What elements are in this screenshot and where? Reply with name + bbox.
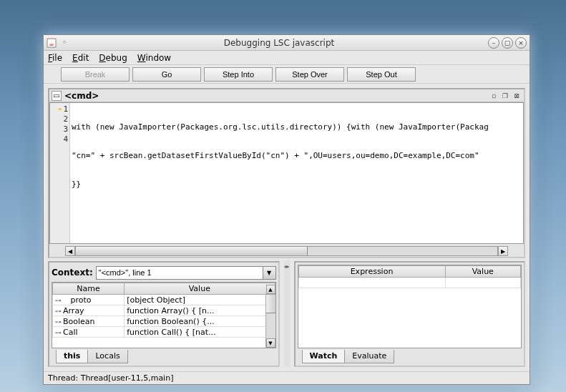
window-title: Debugging LSC javascript: [72, 38, 486, 48]
tab-evaluate[interactable]: Evaluate: [344, 350, 394, 363]
java-icon: ☕: [47, 38, 57, 48]
step-into-button[interactable]: Step Into: [204, 67, 273, 82]
tab-locals[interactable]: Locals: [87, 350, 127, 363]
vertical-scrollbar[interactable]: ▲ ▼: [265, 295, 275, 348]
editor-title: <cmd>: [64, 91, 487, 101]
code-area: ➔1 2 3 4 with (new JavaImporter(Packages…: [49, 102, 524, 244]
context-panel: Context: ▼ Name Value ⊶ proto[object Obj…: [48, 261, 280, 367]
step-over-button[interactable]: Step Over: [275, 67, 344, 82]
iconify-button[interactable]: ▫: [489, 91, 499, 101]
current-line-arrow-icon: ➔: [57, 105, 62, 113]
internal-frame-icon[interactable]: ▭: [52, 91, 62, 101]
scroll-up-icon[interactable]: ▲: [266, 285, 275, 294]
maximize-button[interactable]: ▢: [502, 37, 513, 49]
menu-debug[interactable]: Debug: [99, 53, 127, 63]
code-line: }}: [72, 180, 522, 190]
scroll-down-icon[interactable]: ▼: [266, 338, 275, 348]
horizontal-scrollbar[interactable]: ◀ ▶: [65, 245, 508, 257]
splitter[interactable]: ◂▸: [284, 261, 290, 367]
close-internal-button[interactable]: ⊠: [512, 91, 522, 101]
tab-watch[interactable]: Watch: [302, 350, 346, 363]
maximize-internal-button[interactable]: ❐: [500, 91, 510, 101]
table-row[interactable]: [298, 278, 521, 288]
col-expression[interactable]: Expression: [298, 266, 445, 278]
bottom-panels: Context: ▼ Name Value ⊶ proto[object Obj…: [48, 261, 525, 367]
tab-this[interactable]: this: [56, 350, 88, 363]
menu-window[interactable]: Window: [137, 53, 171, 63]
toolbar: Break Go Step Into Step Over Step Out: [44, 65, 530, 84]
variables-table: Name Value ⊶ proto[object Object] ⊶Array…: [52, 283, 275, 338]
expand-icon[interactable]: ⊶: [55, 329, 62, 336]
close-button[interactable]: ×: [515, 37, 527, 49]
col-name[interactable]: Name: [53, 283, 125, 295]
pin-icon[interactable]: ◦: [59, 38, 69, 48]
break-button[interactable]: Break: [61, 67, 130, 82]
code-line: "cn=" + srcBean.getDatasetFirstValueById…: [72, 151, 522, 161]
col-value[interactable]: Value: [445, 266, 520, 278]
watch-panel: Expression Value Watch Evaluate: [294, 261, 526, 367]
table-row[interactable]: ⊶Arrayfunction Array() { [n...: [53, 305, 275, 316]
menu-file[interactable]: File: [48, 53, 62, 63]
table-row[interactable]: ⊶Booleanfunction Boolean() {...: [53, 316, 275, 327]
go-button[interactable]: Go: [132, 67, 201, 82]
code-text[interactable]: with (new JavaImporter(Packages.org.lsc.…: [70, 103, 523, 243]
watch-table: Expression Value: [298, 265, 522, 288]
splitter-grip-icon: ◂▸: [283, 263, 289, 270]
step-out-button[interactable]: Step Out: [347, 67, 416, 82]
scrollbar-track[interactable]: [75, 246, 498, 256]
context-combo[interactable]: ▼: [96, 266, 276, 280]
expand-icon[interactable]: ⊶: [55, 308, 62, 315]
watch-tabs: Watch Evaluate: [298, 350, 522, 363]
scrollbar-thumb[interactable]: [266, 295, 275, 313]
scrollbar-thumb[interactable]: [76, 247, 308, 255]
svg-text:☕: ☕: [49, 40, 54, 47]
editor-header: ▭ <cmd> ▫ ❐ ⊠: [49, 89, 524, 102]
table-row[interactable]: ⊶Callfunction Call() { [nat...: [53, 327, 275, 338]
debugger-window: ☕ ◦ Debugging LSC javascript – ▢ × File …: [43, 34, 530, 385]
titlebar: ☕ ◦ Debugging LSC javascript – ▢ ×: [44, 35, 530, 51]
work-area: ▭ <cmd> ▫ ❐ ⊠ ➔1 2 3 4 with (new JavaImp…: [44, 84, 530, 371]
code-line: with (new JavaImporter(Packages.org.lsc.…: [72, 122, 522, 132]
menubar: File Edit Debug Window: [44, 51, 530, 65]
context-input[interactable]: [96, 266, 263, 280]
scroll-left-icon[interactable]: ◀: [65, 246, 75, 256]
menu-edit[interactable]: Edit: [72, 53, 89, 63]
variables-table-wrap: Name Value ⊶ proto[object Object] ⊶Array…: [52, 282, 276, 348]
expand-icon[interactable]: ⊶: [55, 318, 62, 325]
minimize-button[interactable]: –: [488, 37, 499, 49]
col-value[interactable]: Value: [125, 283, 275, 295]
chevron-down-icon[interactable]: ▼: [263, 266, 276, 280]
watch-table-wrap: Expression Value: [298, 265, 522, 348]
context-label: Context:: [52, 268, 93, 278]
table-row[interactable]: ⊶ proto[object Object]: [53, 295, 275, 305]
code-line: [72, 208, 522, 218]
gutter: ➔1 2 3 4: [50, 103, 70, 243]
expand-icon[interactable]: ⊶: [55, 297, 62, 304]
vars-tabs: this Locals: [52, 350, 276, 363]
status-bar: Thread: Thread[user-11,5,main]: [44, 371, 530, 384]
editor-panel: ▭ <cmd> ▫ ❐ ⊠ ➔1 2 3 4 with (new JavaImp…: [48, 88, 525, 258]
context-row: Context: ▼: [52, 265, 276, 280]
scroll-right-icon[interactable]: ▶: [498, 246, 508, 256]
